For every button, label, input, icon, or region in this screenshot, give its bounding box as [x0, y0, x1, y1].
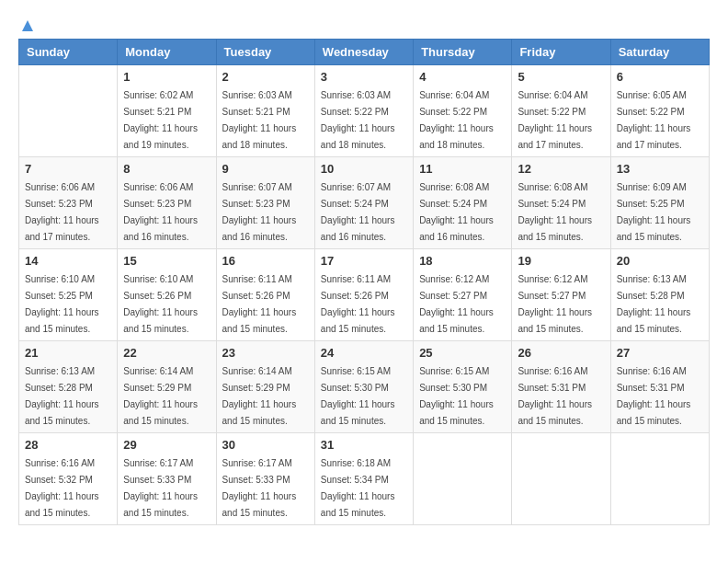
calendar-week-row: 21 Sunrise: 6:13 AM Sunset: 5:28 PM Dayl…: [19, 341, 710, 433]
calendar-cell: 28 Sunrise: 6:16 AM Sunset: 5:32 PM Dayl…: [19, 433, 118, 525]
sunrise-text: Sunrise: 6:05 AM: [617, 90, 687, 100]
day-number: 13: [617, 162, 703, 176]
daylight-text: Daylight: 11 hours and 15 minutes.: [617, 307, 691, 334]
day-number: 4: [419, 70, 506, 84]
calendar-cell: [414, 433, 512, 525]
calendar-cell: 9 Sunrise: 6:07 AM Sunset: 5:23 PM Dayli…: [216, 157, 314, 249]
column-header-monday: Monday: [118, 40, 216, 65]
calendar-cell: 4 Sunrise: 6:04 AM Sunset: 5:22 PM Dayli…: [414, 65, 512, 157]
day-number: 22: [123, 346, 210, 360]
calendar-cell: [610, 433, 709, 525]
sunrise-text: Sunrise: 6:15 AM: [321, 366, 391, 376]
sunset-text: Sunset: 5:22 PM: [321, 107, 389, 117]
calendar-week-row: 7 Sunrise: 6:06 AM Sunset: 5:23 PM Dayli…: [19, 157, 710, 249]
day-number: 12: [518, 162, 604, 176]
daylight-text: Daylight: 11 hours and 16 minutes.: [123, 215, 198, 242]
daylight-text: Daylight: 11 hours and 19 minutes.: [123, 123, 198, 150]
sunset-text: Sunset: 5:21 PM: [222, 107, 290, 117]
calendar-cell: [512, 433, 610, 525]
sunrise-text: Sunrise: 6:16 AM: [25, 458, 95, 468]
sunrise-text: Sunrise: 6:04 AM: [518, 90, 587, 100]
daylight-text: Daylight: 11 hours and 18 minutes.: [419, 123, 494, 150]
sunrise-text: Sunrise: 6:16 AM: [617, 366, 687, 376]
calendar-cell: [19, 65, 118, 157]
daylight-text: Daylight: 11 hours and 15 minutes.: [123, 307, 198, 334]
daylight-text: Daylight: 11 hours and 15 minutes.: [518, 215, 592, 242]
daylight-text: Daylight: 11 hours and 15 minutes.: [419, 307, 494, 334]
sunset-text: Sunset: 5:22 PM: [617, 107, 685, 117]
sunset-text: Sunset: 5:30 PM: [321, 383, 389, 393]
sunrise-text: Sunrise: 6:16 AM: [518, 366, 587, 376]
sunset-text: Sunset: 5:34 PM: [321, 475, 389, 485]
sunset-text: Sunset: 5:33 PM: [222, 475, 290, 485]
sunrise-text: Sunrise: 6:03 AM: [222, 90, 292, 100]
sunrise-text: Sunrise: 6:08 AM: [419, 182, 489, 192]
sunrise-text: Sunrise: 6:03 AM: [321, 90, 391, 100]
calendar-week-row: 14 Sunrise: 6:10 AM Sunset: 5:25 PM Dayl…: [19, 249, 710, 341]
calendar-cell: 16 Sunrise: 6:11 AM Sunset: 5:26 PM Dayl…: [216, 249, 314, 341]
calendar-cell: 27 Sunrise: 6:16 AM Sunset: 5:31 PM Dayl…: [610, 341, 709, 433]
sunset-text: Sunset: 5:32 PM: [25, 475, 93, 485]
calendar-cell: 10 Sunrise: 6:07 AM Sunset: 5:24 PM Dayl…: [314, 157, 413, 249]
calendar-cell: 22 Sunrise: 6:14 AM Sunset: 5:29 PM Dayl…: [118, 341, 216, 433]
day-number: 15: [123, 254, 210, 268]
sunrise-text: Sunrise: 6:09 AM: [617, 182, 687, 192]
calendar-cell: 24 Sunrise: 6:15 AM Sunset: 5:30 PM Dayl…: [314, 341, 413, 433]
sunrise-text: Sunrise: 6:14 AM: [222, 366, 292, 376]
sunrise-text: Sunrise: 6:18 AM: [321, 458, 391, 468]
day-number: 25: [419, 346, 506, 360]
sunrise-text: Sunrise: 6:17 AM: [123, 458, 193, 468]
sunrise-text: Sunrise: 6:07 AM: [321, 182, 391, 192]
daylight-text: Daylight: 11 hours and 15 minutes.: [518, 307, 592, 334]
sunset-text: Sunset: 5:26 PM: [123, 291, 191, 301]
day-number: 17: [321, 254, 407, 268]
column-header-tuesday: Tuesday: [216, 40, 314, 65]
sunrise-text: Sunrise: 6:12 AM: [419, 274, 489, 284]
daylight-text: Daylight: 11 hours and 17 minutes.: [25, 215, 99, 242]
calendar-cell: 5 Sunrise: 6:04 AM Sunset: 5:22 PM Dayli…: [512, 65, 610, 157]
day-number: 16: [222, 254, 309, 268]
daylight-text: Daylight: 11 hours and 16 minutes.: [222, 215, 297, 242]
day-number: 11: [419, 162, 506, 176]
sunrise-text: Sunrise: 6:04 AM: [419, 90, 489, 100]
sunrise-text: Sunrise: 6:10 AM: [123, 274, 193, 284]
day-number: 24: [321, 346, 407, 360]
calendar-cell: 6 Sunrise: 6:05 AM Sunset: 5:22 PM Dayli…: [610, 65, 709, 157]
calendar-cell: 31 Sunrise: 6:18 AM Sunset: 5:34 PM Dayl…: [314, 433, 413, 525]
calendar-cell: 29 Sunrise: 6:17 AM Sunset: 5:33 PM Dayl…: [118, 433, 216, 525]
calendar-cell: 26 Sunrise: 6:16 AM Sunset: 5:31 PM Dayl…: [512, 341, 610, 433]
sunset-text: Sunset: 5:25 PM: [617, 199, 685, 209]
calendar-cell: 20 Sunrise: 6:13 AM Sunset: 5:28 PM Dayl…: [610, 249, 709, 341]
daylight-text: Daylight: 11 hours and 15 minutes.: [617, 215, 691, 242]
sunrise-text: Sunrise: 6:17 AM: [222, 458, 292, 468]
day-number: 7: [25, 162, 111, 176]
daylight-text: Daylight: 11 hours and 15 minutes.: [25, 399, 99, 426]
sunset-text: Sunset: 5:24 PM: [518, 199, 586, 209]
daylight-text: Daylight: 11 hours and 15 minutes.: [222, 307, 297, 334]
sunrise-text: Sunrise: 6:11 AM: [222, 274, 292, 284]
calendar-cell: 11 Sunrise: 6:08 AM Sunset: 5:24 PM Dayl…: [414, 157, 512, 249]
calendar-cell: 14 Sunrise: 6:10 AM Sunset: 5:25 PM Dayl…: [19, 249, 118, 341]
sunset-text: Sunset: 5:24 PM: [321, 199, 389, 209]
daylight-text: Daylight: 11 hours and 18 minutes.: [222, 123, 297, 150]
daylight-text: Daylight: 11 hours and 17 minutes.: [518, 123, 592, 150]
day-number: 6: [617, 70, 703, 84]
svg-marker-0: [22, 20, 33, 31]
sunset-text: Sunset: 5:26 PM: [321, 291, 389, 301]
sunset-text: Sunset: 5:31 PM: [617, 383, 685, 393]
sunset-text: Sunset: 5:23 PM: [123, 199, 191, 209]
daylight-text: Daylight: 11 hours and 15 minutes.: [321, 399, 395, 426]
daylight-text: Daylight: 11 hours and 15 minutes.: [222, 399, 297, 426]
sunset-text: Sunset: 5:22 PM: [518, 107, 586, 117]
daylight-text: Daylight: 11 hours and 15 minutes.: [321, 307, 395, 334]
sunrise-text: Sunrise: 6:14 AM: [123, 366, 193, 376]
sunrise-text: Sunrise: 6:11 AM: [321, 274, 391, 284]
column-header-wednesday: Wednesday: [314, 40, 413, 65]
logo-triangle-icon: [20, 18, 35, 33]
sunset-text: Sunset: 5:27 PM: [518, 291, 586, 301]
day-number: 18: [419, 254, 506, 268]
daylight-text: Daylight: 11 hours and 16 minutes.: [321, 215, 395, 242]
sunset-text: Sunset: 5:28 PM: [617, 291, 685, 301]
sunrise-text: Sunrise: 6:06 AM: [123, 182, 193, 192]
day-number: 28: [25, 438, 111, 452]
